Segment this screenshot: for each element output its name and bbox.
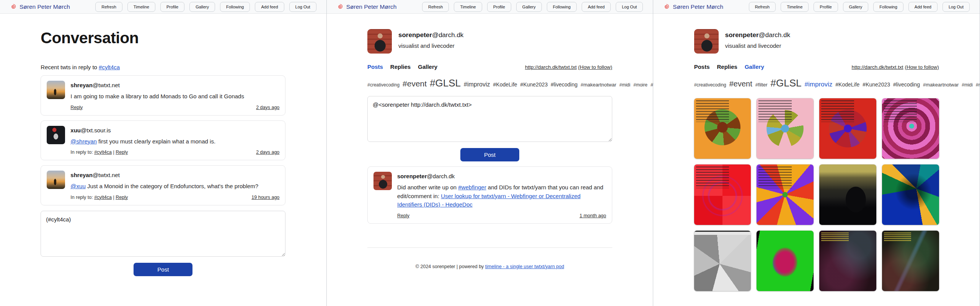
tag-link[interactable]: #improviz	[805, 81, 833, 88]
meta-part[interactable]: Reply	[116, 195, 128, 200]
nav-add-feed-button[interactable]: Add feed	[908, 2, 938, 12]
nav-following-button[interactable]: Following	[220, 2, 250, 12]
mention-composer-textarea[interactable]: @<sorenpeter http://darch.dk/twtxt.txt>	[367, 96, 612, 142]
tag-link[interactable]: #creativecoding	[367, 82, 400, 88]
site-brand[interactable]: Søren Peter Mørch	[663, 3, 723, 10]
gallery-image[interactable]	[819, 231, 876, 291]
feed-url-part[interactable]: (How to follow)	[905, 64, 939, 70]
nav-refresh-button[interactable]: Refresh	[749, 2, 776, 12]
nav-profile-button[interactable]: Profile	[160, 2, 184, 12]
site-brand[interactable]: Søren Peter Mørch	[10, 3, 70, 10]
meta-part[interactable]: Reply	[397, 213, 409, 218]
nav-log-out-button[interactable]: Log Out	[616, 2, 643, 12]
gallery-image[interactable]	[694, 231, 751, 291]
timestamp-link[interactable]: 1 month ago	[580, 213, 607, 218]
nav-refresh-button[interactable]: Refresh	[95, 2, 122, 12]
tab-replies[interactable]: Replies	[717, 63, 737, 70]
gallery-image[interactable]	[757, 98, 814, 159]
tag-link[interactable]: #event	[403, 79, 427, 88]
meta-part[interactable]: #cylt4ca	[94, 150, 112, 155]
nav-timeline-button[interactable]: Timeline	[781, 2, 809, 12]
tag-link[interactable]: #GLSL	[430, 77, 461, 89]
profile-bio: visualist and livecoder	[725, 42, 790, 49]
subtitle-part[interactable]: #cylt4ca	[99, 64, 120, 70]
feed-url-part[interactable]: http://darch.dk/twtxt.txt	[525, 64, 577, 70]
tag-link[interactable]: #makeartnotwar	[580, 82, 616, 88]
nav-gallery-button[interactable]: Gallery	[843, 2, 869, 12]
twt-text: @shreyan first you must clearly explain …	[70, 137, 279, 146]
tab-gallery[interactable]: Gallery	[745, 63, 764, 70]
tag-link[interactable]: #Kune2023	[520, 81, 548, 88]
gallery-image[interactable]	[757, 164, 814, 225]
tag-link[interactable]: #makeartnotwar	[923, 82, 959, 88]
tag-link[interactable]: #midi	[620, 82, 631, 88]
nav-add-feed-button[interactable]: Add feed	[582, 2, 611, 12]
nav-gallery-button[interactable]: Gallery	[189, 2, 215, 12]
tab-replies[interactable]: Replies	[390, 63, 411, 70]
tag-link[interactable]: #midi	[962, 82, 973, 88]
page-title: Conversation	[41, 29, 285, 47]
nav-timeline-button[interactable]: Timeline	[454, 2, 482, 12]
nav-gallery-button[interactable]: Gallery	[516, 2, 542, 12]
tab-posts[interactable]: Posts	[694, 63, 710, 70]
tag-link[interactable]: #event	[729, 80, 752, 88]
twt-meta-left: In reply to: #cylt4ca | Reply	[70, 150, 128, 155]
meta-part[interactable]: Reply	[116, 150, 128, 155]
tag-link[interactable]: #KodeLife	[493, 81, 517, 88]
tag-link[interactable]: #GLSL	[771, 77, 802, 89]
nav-log-out-button[interactable]: Log Out	[289, 2, 316, 12]
app-header: Søren Peter Mørch RefreshTimelineProfile…	[653, 0, 980, 14]
reply-composer-textarea[interactable]: (#cylt4ca)	[41, 211, 285, 257]
nav-log-out-button[interactable]: Log Out	[942, 2, 970, 12]
nav-following-button[interactable]: Following	[547, 2, 577, 12]
tag-link[interactable]: #moire	[976, 82, 980, 88]
gallery-image[interactable]	[819, 164, 876, 225]
tag-link[interactable]: #livecoding	[551, 81, 577, 88]
tag-link[interactable]: #livecoding	[893, 81, 920, 88]
gallery-image[interactable]	[882, 231, 939, 291]
tag-link[interactable]: #creativecoding	[694, 82, 726, 88]
nav-profile-button[interactable]: Profile	[814, 2, 838, 12]
gallery-image[interactable]	[819, 98, 876, 159]
meta-part[interactable]: Reply	[70, 105, 83, 110]
twt-text-part[interactable]: #webfinger	[458, 184, 486, 190]
feed-url-part[interactable]: http://darch.dk/twtxt.txt	[852, 64, 903, 70]
nav-following-button[interactable]: Following	[873, 2, 903, 12]
twt-text-part[interactable]: @xuu	[70, 183, 85, 189]
tag-link[interactable]: #improviz	[464, 81, 490, 88]
timestamp-link[interactable]: 2 days ago	[256, 150, 279, 155]
author-handle[interactable]: shreyan	[70, 82, 93, 88]
nav-profile-button[interactable]: Profile	[487, 2, 511, 12]
author-line: xuu@txt.sour.is	[70, 127, 279, 133]
gallery-image[interactable]	[694, 164, 751, 225]
nav-add-feed-button[interactable]: Add feed	[255, 2, 284, 12]
gallery-image[interactable]	[882, 164, 939, 225]
timestamp-link[interactable]: 2 days ago	[256, 105, 279, 110]
timestamp-link[interactable]: 19 hours ago	[251, 195, 279, 200]
post-button[interactable]: Post	[134, 263, 192, 276]
gallery-image[interactable]	[694, 98, 751, 159]
post-button[interactable]: Post	[460, 148, 519, 161]
twt-text-part[interactable]: @shreyan	[70, 138, 97, 145]
tab-gallery[interactable]: Gallery	[418, 63, 437, 70]
feed-url-part[interactable]: (How to follow)	[578, 64, 612, 70]
footer-part: © 2024 sorenpeter | powered by	[416, 264, 485, 269]
tab-posts[interactable]: Posts	[367, 63, 383, 70]
tag-link[interactable]: #filter	[755, 82, 768, 88]
nav-timeline-button[interactable]: Timeline	[127, 2, 155, 12]
nav-refresh-button[interactable]: Refresh	[422, 2, 449, 12]
author-handle[interactable]: xuu	[70, 127, 81, 133]
tag-link[interactable]: #moire	[633, 82, 647, 88]
author-handle[interactable]: sorenpeter	[397, 173, 427, 179]
author-handle[interactable]: shreyan	[70, 172, 93, 178]
footer-part[interactable]: timeline - a single user twtxt/yarn pod	[485, 264, 564, 269]
twt-card: xuu@txt.sour.is @shreyan first you must …	[41, 120, 285, 161]
avatar	[47, 126, 65, 144]
meta-part[interactable]: #cylt4ca	[94, 195, 112, 200]
gallery-image[interactable]	[757, 231, 814, 291]
gallery-image[interactable]	[882, 98, 939, 159]
tag-link[interactable]: #KodeLife	[835, 81, 859, 88]
tag-link[interactable]: #Kune2023	[863, 81, 890, 88]
author-host: @twtxt.net	[93, 82, 120, 88]
site-brand[interactable]: Søren Peter Mørch	[337, 3, 397, 10]
